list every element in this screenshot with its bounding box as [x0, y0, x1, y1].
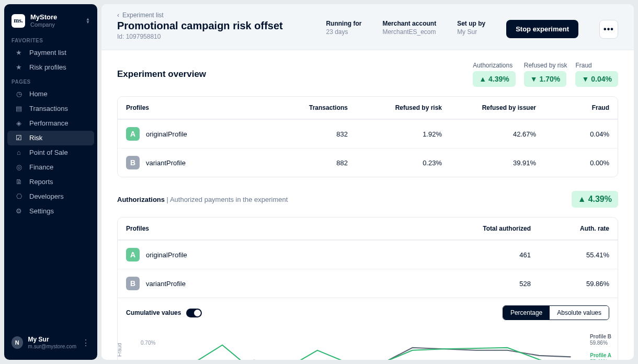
profile-chip: A — [126, 127, 140, 141]
cell: 0.04% — [536, 130, 609, 138]
profile-chip: B — [126, 156, 140, 169]
back-label: Experiment list — [122, 12, 164, 19]
profile-name: variantProfile — [146, 159, 186, 167]
cumulative-label: Cumulative values — [126, 309, 181, 316]
sidebar-item-home[interactable]: ◷Home — [7, 87, 94, 101]
profile-name: originalProfile — [146, 130, 187, 138]
col-fraud: Fraud — [536, 104, 609, 111]
table-row: AoriginalProfile 832 1.92% 42.67% 0.04% — [118, 119, 618, 148]
sidebar-item-finance[interactable]: ◎Finance — [7, 160, 94, 175]
col-profiles: Profiles — [126, 104, 275, 111]
sidebar-item-transactions[interactable]: ▤Transactions — [7, 101, 94, 116]
sidebar-item-developers[interactable]: ⎔Developers — [7, 189, 94, 204]
profile-chip: B — [126, 277, 140, 290]
table-row: AoriginalProfile 461 55.41% — [118, 240, 618, 269]
sidebar-item-label: Finance — [29, 163, 53, 171]
cell: 461 — [437, 251, 531, 259]
sidebar-item-label: Developers — [29, 192, 64, 200]
diamond-icon: ◈ — [15, 119, 23, 128]
meta-merchant: Merchant accountMerchantES_ecom — [382, 20, 436, 36]
avatar: N — [12, 336, 23, 349]
auth-table: Profiles Total authorized Auth. rate Aor… — [117, 217, 618, 360]
cell: 59.86% — [531, 280, 609, 288]
sidebar-item-reports[interactable]: 🗎Reports — [7, 175, 94, 189]
auth-delta-pill: ▲4.39% — [572, 191, 618, 208]
page-header: ‹Experiment list Promotional campaign ri… — [101, 4, 634, 50]
sidebar-item-settings[interactable]: ⚙Settings — [7, 204, 94, 219]
sidebar-item-label: Risk — [29, 134, 42, 142]
sidebar-item-label: Point of Sale — [29, 149, 68, 156]
sidebar-item-label: Home — [29, 90, 48, 98]
cell: 528 — [437, 280, 531, 288]
col-transactions: Transactions — [275, 104, 348, 111]
gear-icon: ⚙ — [15, 207, 23, 215]
auth-section-title: Authorizations | Authorized payments in … — [117, 196, 288, 203]
more-actions-button[interactable]: ••• — [599, 20, 618, 39]
legend-b: Profile B 59.86% — [590, 334, 611, 346]
cell: 42.67% — [442, 130, 536, 138]
chart-ylabel: Fraud — [117, 343, 122, 357]
col-auth-rate: Auth. rate — [531, 225, 609, 232]
sidebar-item-payment-list[interactable]: ★Payment list — [7, 46, 94, 60]
col-refused-issuer: Refused by issuer — [442, 104, 536, 111]
page-title: Promotional campaign risk offset — [117, 20, 305, 32]
sidebar-item-label: Transactions — [29, 105, 68, 112]
value-mode-segmented[interactable]: Percentage Absolute values — [503, 305, 609, 320]
overview-table: Profiles Transactions Refused by risk Re… — [117, 96, 618, 177]
sidebar-item-label: Payment list — [29, 49, 66, 56]
sidebar: ms. MyStore Company ▲▼ FAVORITES ★Paymen… — [4, 4, 97, 360]
sidebar-item-risk-profiles[interactable]: ★Risk profiles — [7, 60, 94, 75]
profile-name: variantProfile — [146, 280, 186, 288]
table-row: BvariantProfile 528 59.86% — [118, 269, 618, 298]
star-icon: ★ — [15, 63, 23, 72]
org-name: MyStore — [30, 14, 57, 21]
experiment-id: Id: 1097958810 — [117, 33, 305, 40]
list-icon: ▤ — [15, 105, 23, 113]
profile-chip: A — [126, 248, 140, 261]
sidebar-item-label: Performance — [29, 119, 68, 127]
code-icon: ⎔ — [15, 192, 23, 201]
cell: 1.92% — [348, 130, 442, 138]
sidebar-item-risk[interactable]: ☑Risk — [7, 131, 94, 145]
sidebar-item-label: Risk profiles — [29, 63, 66, 71]
profile-name: originalProfile — [146, 251, 187, 259]
main: ‹Experiment list Promotional campaign ri… — [101, 4, 634, 360]
cell: 882 — [275, 159, 348, 167]
org-sub: Company — [30, 21, 57, 28]
seg-percentage[interactable]: Percentage — [503, 306, 550, 320]
cell: 832 — [275, 130, 348, 138]
sidebar-item-label: Reports — [29, 178, 53, 186]
gauge-icon: ◷ — [15, 90, 23, 98]
sidebar-item-performance[interactable]: ◈Performance — [7, 116, 94, 131]
meta-running-for: Running for23 days — [326, 20, 361, 36]
legend-a: Profile A 55.41% — [590, 352, 611, 360]
store-icon: ⌂ — [15, 149, 23, 157]
overview-title: Experiment overview — [117, 69, 464, 79]
favorites-label: FAVORITES — [4, 33, 97, 46]
chevron-left-icon: ‹ — [117, 12, 119, 19]
org-logo: ms. — [12, 14, 25, 28]
cumulative-toggle[interactable] — [186, 309, 202, 317]
sidebar-item-pos[interactable]: ⌂Point of Sale — [7, 145, 94, 160]
table-row: BvariantProfile 882 0.23% 39.91% 0.00% — [118, 148, 618, 177]
org-switcher[interactable]: ms. MyStore Company ▲▼ — [4, 10, 97, 33]
meta-setup-by: Set up byMy Sur — [457, 20, 485, 36]
back-link[interactable]: ‹Experiment list — [117, 12, 618, 19]
stat-fraud: Fraud ▼0.04% — [575, 62, 618, 87]
cell: 0.23% — [348, 159, 442, 167]
chevron-updown-icon: ▲▼ — [86, 18, 90, 24]
shield-icon: ☑ — [15, 134, 23, 142]
stop-experiment-button[interactable]: Stop experiment — [506, 20, 578, 38]
user-email: m.sur@mystore.com — [28, 344, 76, 350]
star-icon: ★ — [15, 49, 23, 57]
seg-absolute[interactable]: Absolute values — [550, 306, 609, 320]
user-name: My Sur — [28, 336, 76, 344]
cell: 0.00% — [536, 159, 609, 167]
cell: 39.91% — [442, 159, 536, 167]
col-refused-risk: Refused by risk — [348, 104, 442, 111]
pages-label: PAGES — [4, 75, 97, 87]
more-icon: ⋮ — [82, 338, 90, 348]
file-icon: 🗎 — [15, 178, 23, 186]
col-profiles: Profiles — [126, 225, 437, 232]
user-menu[interactable]: N My Sur m.sur@mystore.com ⋮ — [4, 331, 97, 355]
